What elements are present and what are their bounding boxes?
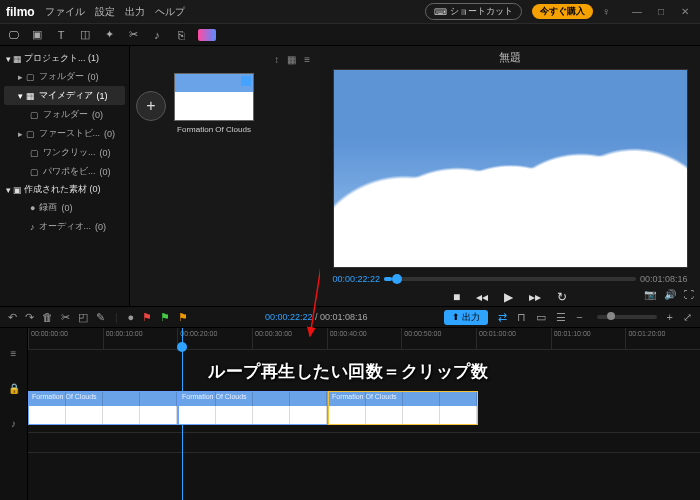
item-label: オーディオ... — [39, 220, 92, 233]
item-count: (0) — [61, 203, 72, 213]
extra-track[interactable] — [28, 452, 700, 468]
sidebar-item-mymedia[interactable]: ▾ ▦ マイメディア (1) — [4, 86, 125, 105]
created-header[interactable]: ▾ ▣ 作成された素材 (0) — [4, 181, 125, 198]
total-timecode: 00:01:08:16 — [640, 274, 688, 284]
progress-bar[interactable] — [384, 277, 636, 281]
item-count: (0) — [88, 72, 99, 82]
export-label: 出力 — [462, 311, 480, 324]
minimize-button[interactable]: — — [628, 6, 646, 17]
timeline-clip[interactable]: Formation Of Clouds — [178, 391, 328, 425]
box-icon: ▣ — [13, 185, 22, 195]
sidebar-item-oneclick[interactable]: ▢ ワンクリッ... (0) — [4, 143, 125, 162]
title-bar: filmo ファイル 設定 出力 ヘルプ ⌨ ショートカット 今すぐ購入 ♀ —… — [0, 0, 700, 24]
created-header-label: 作成された素材 (0) — [24, 183, 101, 196]
time-ruler[interactable]: 00:00:00:00 00:00:10:00 00:00:20:00 00:0… — [28, 328, 700, 350]
effects-icon[interactable]: ✦ — [102, 28, 116, 42]
fullscreen-icon[interactable]: ⛶ — [684, 289, 694, 300]
menu-settings[interactable]: 設定 — [95, 5, 115, 19]
next-button[interactable]: ▸▸ — [525, 288, 545, 306]
edit-button[interactable]: ✎ — [96, 311, 105, 324]
marker-red-icon[interactable]: ⚑ — [142, 311, 152, 324]
stop-button[interactable]: ■ — [449, 288, 464, 306]
item-label: ファーストビ... — [39, 127, 101, 140]
current-timecode: 00:00:22:22 — [333, 274, 381, 284]
list-view-icon[interactable]: ≡ — [304, 54, 310, 65]
playback-controls: ■ ◂◂ ▶ ▸▸ ↻ — [333, 288, 688, 306]
maximize-button[interactable]: □ — [652, 6, 670, 17]
prev-button[interactable]: ◂◂ — [472, 288, 492, 306]
link-icon[interactable]: ⎘ — [174, 28, 188, 42]
item-count: (0) — [100, 148, 111, 158]
chevron-down-icon: ▾ — [6, 185, 11, 195]
media-thumbnail[interactable]: Formation Of Clouds — [174, 73, 254, 134]
project-header[interactable]: ▾ ▦ プロジェクト... (1) — [4, 50, 125, 67]
undo-button[interactable]: ↶ — [8, 311, 17, 324]
delete-button[interactable]: 🗑 — [42, 311, 53, 323]
account-icon[interactable]: ♀ — [603, 6, 611, 17]
ruler-tick: 00:00:30:00 — [252, 328, 327, 349]
split-icon[interactable]: ✂ — [126, 28, 140, 42]
magnet-icon[interactable]: ⊓ — [517, 311, 526, 324]
timeline-clip[interactable]: Formation Of Clouds — [28, 391, 178, 425]
transition-icon[interactable]: ◫ — [78, 28, 92, 42]
close-button[interactable]: ✕ — [676, 6, 694, 17]
marker-green-icon[interactable]: ⚑ — [160, 311, 170, 324]
cut-button[interactable]: ✂ — [61, 311, 70, 324]
window-controls: — □ ✕ — [628, 6, 694, 17]
media-icon[interactable]: 🖵 — [6, 28, 20, 42]
ruler-tick: 00:00:20:00 — [177, 328, 252, 349]
sidebar-item-ppt[interactable]: ▢ パワポをビ... (0) — [4, 162, 125, 181]
menu-output[interactable]: 出力 — [125, 5, 145, 19]
buy-now-button[interactable]: 今すぐ購入 — [532, 4, 593, 19]
zoom-in-icon[interactable]: + — [667, 311, 673, 323]
sidebar-item-record[interactable]: ● 録画 (0) — [4, 198, 125, 217]
item-count: (0) — [104, 129, 115, 139]
shortcut-button[interactable]: ⌨ ショートカット — [425, 3, 522, 20]
crop-button[interactable]: ◰ — [78, 311, 88, 324]
redo-button[interactable]: ↷ — [25, 311, 34, 324]
zoom-slider[interactable] — [597, 315, 657, 319]
progress-handle[interactable] — [392, 274, 402, 284]
timeline-clip-selected[interactable]: Formation Of Clouds — [328, 391, 478, 425]
timeline-body[interactable]: 00:00:00:00 00:00:10:00 00:00:20:00 00:0… — [28, 328, 700, 500]
volume-icon[interactable]: 🔊 — [664, 289, 676, 300]
link-toggle-icon[interactable]: ⇄ — [498, 311, 507, 324]
preview-viewer[interactable] — [333, 69, 688, 268]
snapshot-icon[interactable]: 📷 — [644, 289, 656, 300]
zoom-out-icon[interactable]: − — [576, 311, 582, 323]
track-audio-icon[interactable]: ♪ — [11, 418, 16, 429]
loop-button[interactable]: ↻ — [553, 288, 571, 306]
sidebar-item-audio[interactable]: ♪ オーディオ... (0) — [4, 217, 125, 236]
item-label: フォルダー — [43, 108, 88, 121]
export-button[interactable]: ⬆ 出力 — [444, 310, 488, 325]
record-button[interactable]: ● — [128, 311, 135, 323]
text-icon[interactable]: T — [54, 28, 68, 42]
preview-panel: 無題 00:00:22:22 00:01:08:16 ■ ◂◂ ▶ ▸▸ ↻ 📷… — [320, 46, 700, 306]
hamburger-icon[interactable]: ≡ — [11, 348, 17, 359]
menu-help[interactable]: ヘルプ — [155, 5, 185, 19]
marker-orange-icon[interactable]: ⚑ — [178, 311, 188, 324]
media-toolbar: 🖵 ▣ T ◫ ✦ ✂ ♪ ⎘ — [0, 24, 700, 46]
main-menu: ファイル 設定 出力 ヘルプ — [45, 5, 185, 19]
grid-view-icon[interactable]: ▦ — [287, 54, 296, 65]
import-button[interactable]: + — [136, 91, 166, 121]
item-count: (0) — [95, 222, 106, 232]
item-label: フォルダー — [39, 70, 84, 83]
library-panel: ▾ ▦ プロジェクト... (1) ▸ ▢ フォルダー (0) ▾ ▦ マイメデ… — [0, 46, 130, 306]
play-button[interactable]: ▶ — [500, 288, 517, 306]
item-label: ワンクリッ... — [43, 146, 96, 159]
sort-icon[interactable]: ↕ — [274, 54, 279, 65]
audio-icon[interactable]: ♪ — [150, 28, 164, 42]
folder-icon[interactable]: ▣ — [30, 28, 44, 42]
sidebar-item-folder-2[interactable]: ▢ フォルダー (0) — [4, 105, 125, 124]
audio-track[interactable] — [28, 432, 700, 448]
lock-icon[interactable]: 🔒 — [8, 383, 20, 394]
menu-file[interactable]: ファイル — [45, 5, 85, 19]
snap-icon[interactable]: ▭ — [536, 311, 546, 324]
sidebar-item-folder[interactable]: ▸ ▢ フォルダー (0) — [4, 67, 125, 86]
timeline-timecode: 00:00:22:22 / 00:01:08:16 — [265, 312, 368, 322]
ai-tools-icon[interactable] — [198, 29, 216, 41]
layers-icon[interactable]: ☰ — [556, 311, 566, 324]
fit-icon[interactable]: ⤢ — [683, 311, 692, 324]
sidebar-item-firstview[interactable]: ▸ ▢ ファーストビ... (0) — [4, 124, 125, 143]
